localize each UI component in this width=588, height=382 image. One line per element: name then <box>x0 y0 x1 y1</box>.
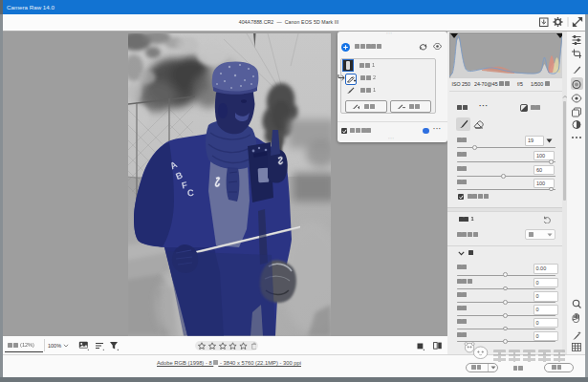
svg-text:C: C <box>186 186 194 198</box>
